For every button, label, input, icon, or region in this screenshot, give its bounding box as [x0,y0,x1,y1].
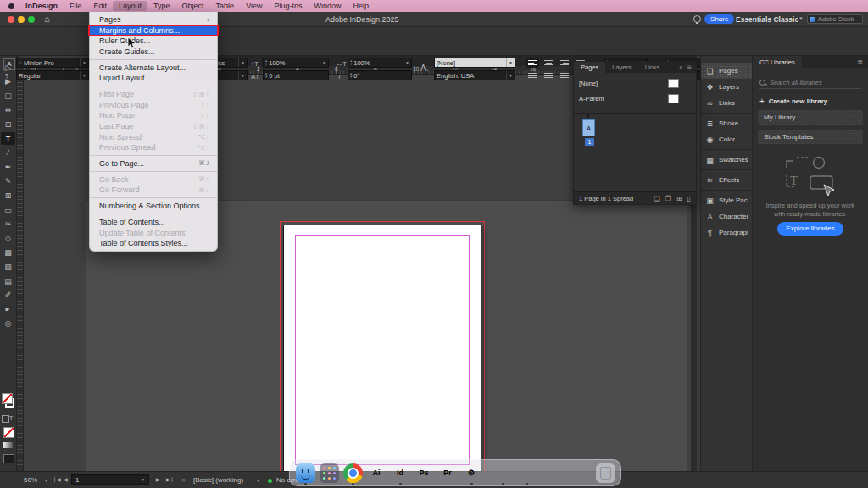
explore-libraries-button[interactable]: Explore libraries [777,222,843,236]
dock-app-trash[interactable] [595,460,615,485]
rectangle-tool[interactable]: ▭ [1,203,15,216]
justify-right-button[interactable] [542,70,555,80]
menubar-item-help[interactable]: Help [348,1,376,11]
align-right-button[interactable] [558,58,571,68]
font-family-field[interactable]: ⌕ Minion Pro▼ [16,58,89,68]
pages-panel-tab-pages[interactable]: Pages [574,62,605,73]
justify-center-button[interactable] [526,70,539,80]
dock-item-effects[interactable]: fxEffects [701,172,752,188]
paragraph-formatting-icon[interactable]: ¶ [5,72,8,80]
character-formatting-icon[interactable]: A [3,58,15,70]
dock-app-launchpad[interactable] [319,460,339,485]
dock-item-character[interactable]: ACharacter … [701,208,752,225]
menubar-item-view[interactable]: View [240,1,268,11]
dock-item-swatches[interactable]: ▦Swatches [701,152,752,168]
gradient-tool[interactable]: ▩ [1,246,15,258]
menubar-item-edit[interactable]: Edit [88,1,114,11]
menu-item-previous-page[interactable]: Previous Page⇧↑ [90,100,217,111]
line-tool[interactable]: ∕ [1,147,15,159]
last-page-button[interactable]: ▶❘ [166,476,175,482]
libraries-search-input[interactable]: Search all libraries [760,76,861,89]
parent-page-row[interactable]: [None] [574,76,696,91]
fill-color-swatch[interactable] [2,393,13,404]
menu-item-last-page[interactable]: Last Page⇧⌘↓ [90,121,217,132]
apple-menu-icon[interactable] [8,3,14,9]
menu-item-create-alternate-layout[interactable]: Create Alternate Layout... [90,63,217,74]
home-icon[interactable]: ⌂ [44,14,50,24]
dock-item-pages[interactable]: ❏Pages [701,63,752,79]
share-button[interactable]: Share [704,14,734,24]
adobe-stock-search[interactable]: Adobe Stock [807,14,863,24]
menu-item-go-forward[interactable]: Go Forward⌘↓ [90,185,217,196]
screen-mode-button[interactable] [3,454,14,463]
dock-item-style-packs[interactable]: ▣Style Packs [701,192,752,208]
menubar-item-type[interactable]: Type [147,1,176,11]
gap-tool[interactable]: ⇹ [1,103,15,116]
gradient-feather-tool[interactable]: ▨ [1,260,15,273]
justify-all-button[interactable] [558,70,571,80]
hand-tool[interactable]: ☛ [1,303,15,316]
dock-app-indesign[interactable]: Id [390,460,410,485]
menu-item-first-page[interactable]: First Page⇧⌘↑ [90,89,217,100]
lightbulb-icon[interactable] [693,15,701,23]
dock-app-illustrator[interactable]: Ai [366,460,387,485]
new-page-icon[interactable]: ⊞ [676,195,682,202]
scissors-tool[interactable]: ✂ [1,218,15,230]
menu-item-liquid-layout[interactable]: Liquid Layout [90,73,217,84]
align-left-button[interactable] [526,58,539,68]
menu-item-go-to-page[interactable]: Go to Page...⌘J [90,158,217,169]
eyedropper-tool[interactable]: ✐ [1,289,15,302]
dock-app-finder[interactable] [295,460,315,485]
zoom-tool[interactable]: ◎ [1,317,15,330]
align-center-button[interactable] [542,58,555,68]
cc-libraries-menu-icon[interactable]: ≣ [857,58,868,66]
dock-item-layers[interactable]: ❖Layers [701,79,752,95]
menu-item-next-spread[interactable]: Next Spread⌥↓ [90,131,217,142]
type-tool[interactable]: T [1,132,15,145]
character-style-field[interactable]: [None]▼ [434,58,515,68]
document-page[interactable] [283,225,481,480]
menu-item-margins-and-columns[interactable]: Margins and Columns... [90,25,217,36]
page-number-badge[interactable]: 1 [585,138,594,146]
dock-item-stroke[interactable]: ≣Stroke [701,115,752,131]
create-spread-icon[interactable]: ❐ [665,195,671,202]
edit-page-size-icon[interactable]: ❏ [654,195,660,202]
menu-item-pages[interactable]: Pages› [90,14,217,25]
dock-item-paragraph[interactable]: ¶Paragraph … [701,225,752,241]
frame-tool[interactable]: ⊠ [1,189,15,202]
menubar-item-window[interactable]: Window [309,1,348,11]
dock-app-files-b[interactable] [571,460,592,485]
delete-page-icon[interactable]: ▯ [687,195,691,202]
pencil-tool[interactable]: ✎ [1,175,15,187]
horizontal-scale-field[interactable]: ▴▾100%▼ [348,58,412,68]
note-tool[interactable]: ▤ [1,274,15,287]
first-page-button[interactable]: ❘◀ [53,476,61,482]
menu-item-update-table-of-contents[interactable]: Update Table of Contents [90,227,217,238]
pages-panel-tab-links[interactable]: Links [638,62,667,73]
dock-app-screen-app[interactable] [516,460,537,485]
page-tool[interactable]: ▢ [1,90,15,103]
dock-app-files-a[interactable] [548,460,568,485]
dock-app-premiere[interactable]: Pr [437,460,458,485]
library-item-stock-templates[interactable]: Stock Templates [758,130,863,144]
zoom-window-button[interactable] [28,16,35,23]
menubar-item-table[interactable]: Table [210,1,241,11]
minimize-window-button[interactable] [18,16,25,23]
free-transform-tool[interactable]: ◇ [1,232,15,245]
cc-libraries-tab[interactable]: CC Libraries [753,56,802,68]
create-new-library-button[interactable]: + Create new library [760,97,827,106]
menu-item-create-guides[interactable]: Create Guides... [90,47,217,58]
pages-panel-tab-layers[interactable]: Layers [605,62,638,73]
dock-app-chart-app[interactable] [492,460,513,485]
workspace-switcher[interactable]: Essentials Classic [736,15,798,24]
menu-item-table-of-contents-styles[interactable]: Table of Contents Styles... [90,238,217,249]
dock-app-system-settings[interactable]: ⚙ [461,460,481,485]
baseline-shift-field[interactable]: ▴▾0 pt [263,70,329,80]
content-collector-tool[interactable]: ⊞ [1,118,15,130]
menu-item-previous-spread[interactable]: Previous Spread⌥↑ [90,142,217,153]
font-style-field[interactable]: Regular▼ [16,70,89,80]
menu-item-table-of-contents[interactable]: Table of Contents... [90,217,217,228]
page-number-field[interactable]: 1 ▼ [71,474,149,485]
menu-item-ruler-guides[interactable]: Ruler Guides... [90,36,217,47]
zoom-level[interactable]: 50% [24,476,37,484]
